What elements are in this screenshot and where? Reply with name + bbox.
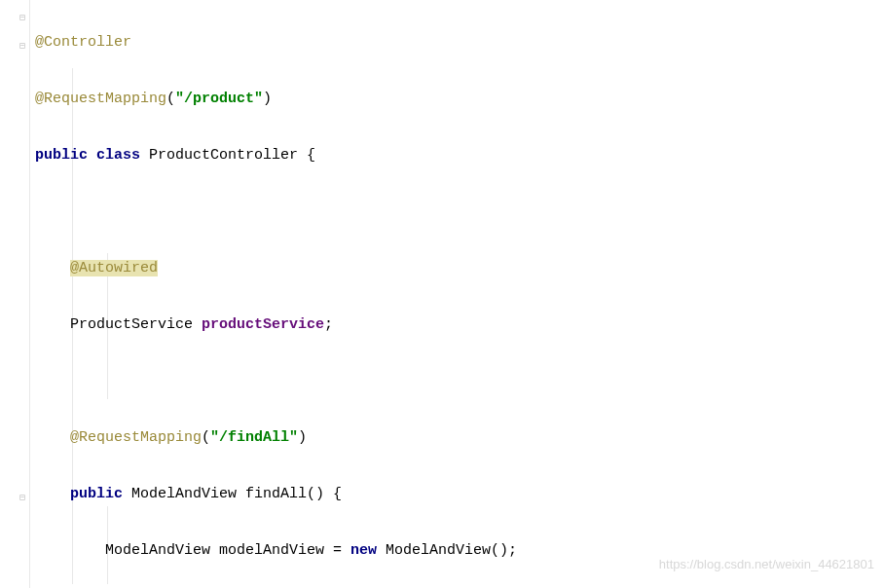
class-name: ProductController { bbox=[149, 147, 315, 164]
watermark: https://blog.csdn.net/weixin_44621801 bbox=[659, 550, 874, 578]
keyword: public class bbox=[35, 147, 149, 164]
editor-gutter: ⊟ ⊟ ⊟ bbox=[0, 0, 30, 588]
code-editor[interactable]: @Controller @RequestMapping("/product") … bbox=[35, 0, 698, 588]
fold-icon[interactable]: ⊟ bbox=[19, 484, 25, 512]
annotation: @RequestMapping bbox=[70, 429, 202, 446]
field: productService bbox=[202, 316, 324, 333]
annotation: @Controller bbox=[35, 34, 131, 51]
keyword: new bbox=[350, 542, 386, 559]
annotation: @RequestMapping bbox=[35, 91, 166, 107]
method-signature: ModelAndView findAll() { bbox=[131, 486, 342, 502]
fold-icon[interactable]: ⊟ bbox=[19, 4, 25, 32]
annotation-highlighted: @Autowired bbox=[70, 260, 158, 276]
type: ProductService bbox=[70, 316, 202, 333]
string-literal: "/product" bbox=[175, 91, 263, 107]
string-literal: "/findAll" bbox=[210, 429, 298, 446]
fold-icon[interactable]: ⊟ bbox=[19, 32, 25, 60]
keyword: public bbox=[70, 486, 131, 502]
